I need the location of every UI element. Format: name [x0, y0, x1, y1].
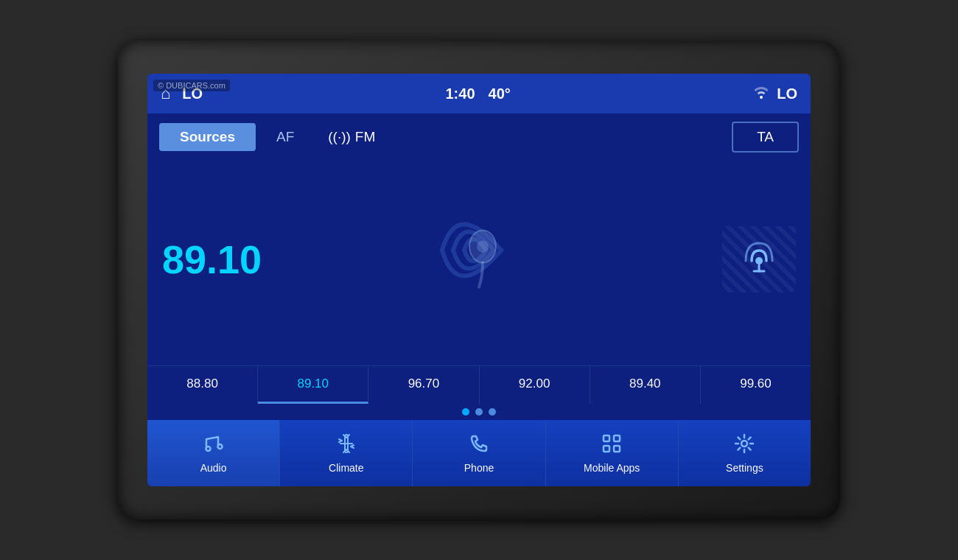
status-bar: ⌂ LO 1:40 40° LO [147, 74, 811, 113]
tab-sources[interactable]: Sources [159, 123, 256, 151]
fm-box-icon [738, 237, 780, 281]
signal-waves-icon [405, 192, 553, 328]
svg-rect-8 [604, 435, 609, 441]
nav-item-climate[interactable]: Climate [280, 420, 413, 486]
fm-signal-tab-icon: ((·)) [328, 129, 351, 145]
watermark: © DUBICARS.com [153, 80, 230, 91]
fm-icon-box [722, 226, 796, 293]
pagination-dot-0[interactable] [462, 408, 469, 416]
climate-label: Climate [329, 462, 363, 474]
preset-item-2[interactable]: 96.70 [368, 366, 479, 404]
lo-right-label: LO [777, 85, 797, 102]
mobile-apps-icon [601, 433, 622, 459]
presets-bar: 88.8089.1096.7092.0089.4099.60 [147, 365, 811, 404]
nav-item-audio[interactable]: Audio [147, 420, 280, 486]
svg-point-6 [217, 444, 222, 449]
status-center: 1:40 40° [446, 85, 511, 102]
svg-rect-9 [614, 435, 620, 441]
svg-point-5 [206, 447, 210, 451]
phone-label: Phone [464, 462, 494, 474]
mobile-apps-label: Mobile Apps [584, 462, 640, 474]
preset-item-4[interactable]: 89.40 [590, 366, 701, 404]
nav-tabs: Sources AF ((·)) FM TA [147, 113, 811, 153]
screen: © DUBICARS.com ⌂ LO 1:40 40° LO [147, 74, 811, 486]
time-display: 1:40 [446, 85, 475, 102]
preset-item-5[interactable]: 99.60 [701, 366, 811, 404]
svg-point-1 [477, 241, 489, 253]
pagination-dot-1[interactable] [475, 408, 483, 416]
svg-rect-10 [604, 446, 609, 452]
outer-bezel: © DUBICARS.com ⌂ LO 1:40 40° LO [118, 41, 840, 519]
settings-icon [734, 433, 755, 459]
climate-icon [336, 433, 357, 459]
wifi-icon [753, 85, 769, 102]
tab-fm[interactable]: ((·)) FM [315, 123, 388, 151]
preset-item-1[interactable]: 89.10 [258, 366, 368, 404]
main-content: Sources AF ((·)) FM TA 89.10 [147, 113, 811, 486]
audio-icon [203, 433, 224, 459]
bottom-nav: Audio Climate Phone Mobile Apps Settings [147, 420, 811, 486]
preset-item-0[interactable]: 88.80 [147, 366, 258, 404]
pagination-dot-2[interactable] [489, 408, 496, 416]
nav-item-phone[interactable]: Phone [413, 420, 545, 486]
pagination-dots [147, 404, 811, 420]
preset-item-3[interactable]: 92.00 [480, 366, 590, 404]
frequency-display: 89.10 [162, 237, 262, 282]
tab-af[interactable]: AF [263, 123, 307, 151]
settings-label: Settings [726, 462, 763, 474]
signal-center [405, 192, 553, 328]
nav-item-settings[interactable]: Settings [679, 420, 811, 486]
status-right: LO [753, 85, 797, 102]
freq-area: 89.10 [147, 153, 811, 365]
svg-point-12 [741, 441, 747, 447]
tab-ta[interactable]: TA [732, 122, 799, 153]
svg-rect-11 [614, 446, 620, 452]
audio-label: Audio [200, 462, 227, 474]
temp-display: 40° [489, 85, 511, 102]
phone-icon [469, 433, 489, 459]
fm-label: FM [355, 129, 375, 145]
nav-item-mobile-apps[interactable]: Mobile Apps [546, 420, 679, 486]
